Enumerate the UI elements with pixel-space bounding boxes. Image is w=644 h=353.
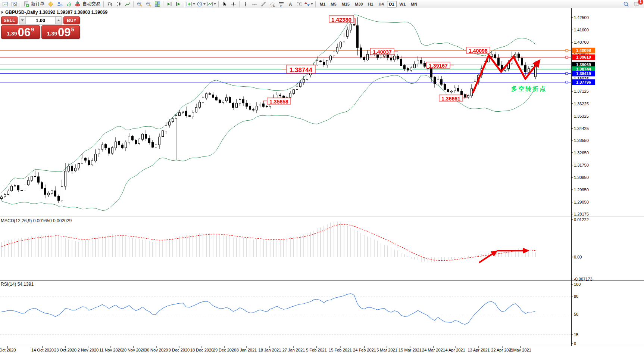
- trendline-tool-button[interactable]: [259, 0, 268, 8]
- date-label: 29 Dec 2020: [213, 348, 236, 352]
- timeframe-mn-button[interactable]: MN: [409, 1, 419, 7]
- chart-shift-icon: [175, 1, 181, 7]
- sell-price-prefix: 1.39: [7, 31, 17, 37]
- annotation-text: 1.38744: [290, 66, 313, 74]
- chart-window-button[interactable]: [1, 0, 10, 8]
- line-chart-icon: [125, 1, 131, 7]
- metaeditor-button[interactable]: [46, 0, 55, 8]
- timeframe-m15-button[interactable]: M15: [340, 1, 352, 7]
- buy-price-pip: 5: [71, 26, 74, 32]
- date-label: 18 Dec 2020: [190, 348, 213, 352]
- chevron-down-icon: [193, 3, 195, 5]
- new-order-button[interactable]: [22, 0, 31, 8]
- cursor-tool-button[interactable]: [220, 0, 229, 8]
- candle-body: [81, 158, 83, 164]
- community-button[interactable]: [55, 0, 64, 8]
- buy-price-display[interactable]: 1.39095: [41, 25, 80, 39]
- zoom-in-button[interactable]: [135, 0, 144, 8]
- turning-point-text: 多空转折点: [511, 85, 547, 92]
- timeframe-m30-button[interactable]: M30: [353, 1, 365, 7]
- timeframe-m5-button[interactable]: M5: [328, 1, 338, 7]
- volume-increase-button[interactable]: [55, 17, 62, 24]
- candlestick-chart-button[interactable]: [114, 0, 123, 8]
- level-handle[interactable]: [566, 72, 568, 75]
- candle-body: [421, 60, 422, 64]
- candle-body: [461, 91, 463, 95]
- tester-window-button[interactable]: [10, 0, 19, 8]
- timeframe-h1-button[interactable]: H1: [366, 1, 375, 7]
- candle-body: [209, 94, 211, 95]
- date-label: 23 Oct 2020: [54, 348, 76, 352]
- trendline-tool-icon: [260, 1, 266, 7]
- line-chart-button[interactable]: [123, 0, 132, 8]
- candle-body: [414, 64, 416, 68]
- candle-body: [494, 55, 496, 58]
- candle-body: [122, 145, 124, 148]
- timeframe-w1-button[interactable]: W1: [397, 1, 408, 7]
- vertical-line-tool-button[interactable]: [241, 0, 250, 8]
- candle-body: [222, 101, 224, 102]
- text-label-tool-button[interactable]: T: [295, 0, 304, 8]
- scale-tick-label: 1.36225: [574, 102, 589, 106]
- date-label: 5 Feb 2021: [306, 348, 327, 352]
- scale-tick-label: 1.32650: [574, 151, 589, 155]
- candle-body: [206, 94, 207, 98]
- candle-body: [521, 58, 523, 65]
- level-handle[interactable]: [566, 81, 568, 83]
- candle-body: [112, 148, 113, 153]
- timeframe-d1-button[interactable]: D1: [387, 1, 397, 7]
- timeframe-m1-button[interactable]: M1: [318, 1, 328, 7]
- candle-body: [95, 154, 97, 161]
- crosshair-tool-button[interactable]: [229, 0, 238, 8]
- date-label: Oct 2020: [0, 348, 16, 352]
- bar-chart-button[interactable]: [105, 0, 114, 8]
- date-label: 9 Dec 2020: [169, 348, 190, 352]
- templates-menu-button[interactable]: [207, 0, 217, 8]
- volume-input[interactable]: [26, 17, 55, 24]
- candle-body: [41, 183, 43, 189]
- candle-body: [367, 54, 369, 60]
- candle-body: [54, 191, 56, 196]
- signals-button[interactable]: [64, 0, 73, 8]
- auto-scroll-button[interactable]: [165, 0, 174, 8]
- community-icon: [57, 1, 63, 7]
- sell-price-display[interactable]: 1.39069: [1, 25, 40, 39]
- zoom-out-button[interactable]: [144, 0, 153, 8]
- chart-window-icon: [2, 1, 8, 7]
- candle-body: [24, 185, 26, 190]
- candle-body: [323, 62, 325, 65]
- candle-body: [232, 103, 234, 108]
- buy-button[interactable]: BUY: [63, 16, 80, 24]
- text-tool-button[interactable]: A: [286, 0, 295, 8]
- tile-windows-button[interactable]: [153, 0, 162, 8]
- toolbar-separator: [239, 1, 240, 7]
- annotation-text: 1.35658: [269, 99, 288, 105]
- bar-chart-icon: [107, 1, 113, 7]
- periods-menu-button[interactable]: [196, 0, 207, 8]
- zoom-in-icon: [137, 1, 143, 7]
- annotation-text: 1.42380: [331, 16, 351, 23]
- price-badge-label: 1.38419: [576, 71, 591, 76]
- equidistant-channel-tool-button[interactable]: E: [268, 0, 277, 8]
- symbol-marker-icon: [1, 11, 3, 14]
- level-handle[interactable]: [566, 49, 568, 52]
- horizontal-line-tool-button[interactable]: [250, 0, 259, 8]
- chart-shift-button[interactable]: [174, 0, 183, 8]
- chevron-down-icon: [203, 3, 206, 5]
- candle-body: [128, 136, 130, 142]
- volume-decrease-button[interactable]: [19, 17, 26, 24]
- date-label: 18 Jan 2021: [259, 348, 281, 352]
- chat-button[interactable]: 1: [632, 0, 641, 8]
- text-label-tool-icon: T: [296, 1, 302, 7]
- sell-button[interactable]: SELL: [1, 16, 18, 24]
- auto-trading-button[interactable]: [73, 0, 82, 8]
- candle-body: [34, 176, 36, 177]
- search-button[interactable]: [622, 0, 631, 8]
- indicators-menu-button[interactable]: [186, 0, 196, 8]
- arrows-tool-button[interactable]: [304, 0, 314, 8]
- level-handle[interactable]: [566, 56, 568, 58]
- arrows-tool-icon: [304, 1, 310, 7]
- candle-body: [199, 102, 201, 107]
- fibonacci-tool-button[interactable]: F: [277, 0, 286, 8]
- timeframe-h4-button[interactable]: H4: [376, 1, 386, 7]
